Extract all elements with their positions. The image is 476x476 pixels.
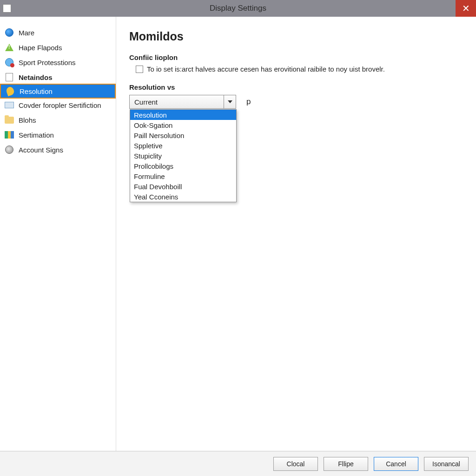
card-icon	[5, 100, 14, 110]
sidebar-item-label: Sport Protesstions	[19, 59, 76, 66]
cancel-button[interactable]: Cancel	[374, 457, 418, 471]
resolution-dropdown: Resolution Ook-Sgation Paill Nersolution…	[130, 109, 237, 202]
sidebar-item-covder-sertifiction[interactable]: Covder foropler Sertifiction	[0, 98, 116, 112]
combobox-value: Current	[130, 98, 224, 106]
dropdown-item-formuline[interactable]: Formuline	[130, 171, 236, 181]
doc-icon	[5, 73, 14, 82]
isonancal-button[interactable]: Isonancal	[424, 457, 469, 471]
sidebar-item-label: Mare	[19, 29, 34, 37]
dropdown-item-resolution[interactable]: Resolution	[130, 110, 236, 120]
warn-icon	[5, 43, 14, 52]
section-label-resolution: Resolution vs	[129, 83, 463, 91]
dropdown-item-ook-sgation[interactable]: Ook-Sgation	[130, 120, 236, 130]
account-icon	[5, 145, 14, 154]
config-checkbox[interactable]	[136, 66, 143, 73]
globe-icon	[5, 28, 14, 37]
combo-suffix: p	[246, 97, 251, 106]
window-title: Display Settings	[210, 4, 266, 13]
sidebar-item-sertimation[interactable]: Sertimation	[0, 127, 116, 142]
titlebar: Display Settings ✕	[0, 0, 476, 17]
sidebar-item-blohs[interactable]: Blohs	[0, 112, 116, 127]
sidebar-item-label: Covder foropler Sertifiction	[19, 101, 101, 109]
page-title: Momildos	[129, 30, 463, 43]
sidebar: Mare Hape Flapods Sport Protesstions Net…	[0, 17, 116, 451]
sidebar-item-account-signs[interactable]: Account Signs	[0, 142, 116, 157]
dropdown-item-prollcobilogs[interactable]: Prollcobilogs	[130, 161, 236, 171]
sidebar-item-label: Account Signs	[19, 146, 63, 154]
resolution-combobox[interactable]: Current Resolution Ook-Sgation Paill Ner…	[129, 95, 236, 109]
sidebar-item-label: Sertimation	[19, 131, 54, 139]
sidebar-item-resolution[interactable]: Resolution	[0, 84, 116, 99]
sidebar-item-netaindos[interactable]: Netaindos	[0, 70, 116, 85]
section-label-config: Confiic lioplon	[129, 53, 463, 61]
window-body: Mare Hape Flapods Sport Protesstions Net…	[0, 17, 476, 451]
combo-row: Current Resolution Ook-Sgation Paill Ner…	[129, 95, 463, 109]
folder-icon	[5, 115, 14, 125]
dialog-footer: Clocal Fllipe Cancel Isonancal	[0, 451, 476, 476]
sport-icon	[5, 58, 14, 67]
app-icon	[3, 4, 11, 13]
close-button[interactable]: ✕	[456, 0, 476, 17]
close-icon: ✕	[462, 3, 470, 14]
dropdown-item-yeal-cconeins[interactable]: Yeal Cconeins	[130, 192, 236, 202]
chevron-down-icon	[224, 95, 236, 108]
dropdown-item-sppletive[interactable]: Sppletive	[130, 140, 236, 151]
sidebar-item-label: Hape Flapods	[19, 44, 62, 52]
main-content: Momildos Confiic lioplon To io set is:ar…	[116, 17, 476, 451]
dropdown-item-paill-nersolution[interactable]: Paill Nersolution	[130, 130, 236, 140]
checkbox-label: To io set is:arct halves accure cesen ha…	[147, 65, 385, 73]
sidebar-item-mare[interactable]: Mare	[0, 25, 116, 40]
sidebar-item-sport-protesstions[interactable]: Sport Protesstions	[0, 55, 116, 70]
settings-window: Display Settings ✕ Mare Hape Flapods Spo…	[0, 0, 476, 476]
dropdown-item-fual-devohboill[interactable]: Fual Devohboill	[130, 181, 236, 192]
cert-icon	[5, 130, 14, 139]
checkbox-row: To io set is:arct halves accure cesen ha…	[129, 65, 463, 73]
sidebar-item-label: Resolution	[20, 87, 53, 95]
fllipe-button[interactable]: Fllipe	[324, 457, 368, 471]
dropdown-item-stupiclity[interactable]: Stupiclity	[130, 151, 236, 161]
sidebar-item-label: Netaindos	[19, 73, 53, 81]
clocal-button[interactable]: Clocal	[273, 457, 318, 471]
pin-icon	[6, 86, 15, 96]
sidebar-item-hape-flapods[interactable]: Hape Flapods	[0, 40, 116, 55]
sidebar-item-label: Blohs	[19, 116, 36, 124]
